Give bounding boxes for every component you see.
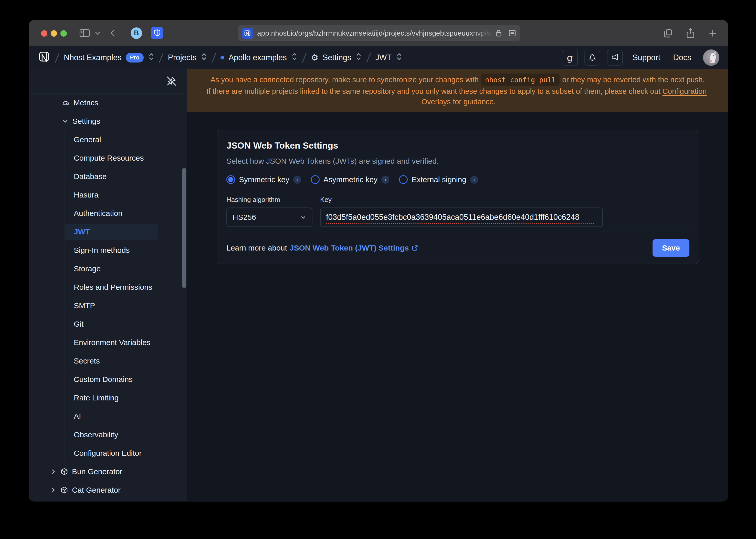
breadcrumb-projects[interactable]: Projects <box>168 52 207 63</box>
sidebar-tree: Metrics Settings General Compute Resourc… <box>29 94 187 501</box>
sidebar-item-custom-domains[interactable]: Custom Domains <box>29 370 187 389</box>
close-window-button[interactable] <box>41 30 47 37</box>
sidebar-item-jwt-selected[interactable]: JWT <box>29 223 187 241</box>
radio-selected-icon[interactable] <box>226 175 235 184</box>
announcements-button[interactable] <box>607 50 623 66</box>
radio-asymmetric-key[interactable]: Asymmetric key i <box>311 175 389 184</box>
projects-switcher-icon[interactable] <box>200 52 207 63</box>
tab-overview-icon[interactable] <box>662 28 673 39</box>
sidebar-item-environment-variables[interactable]: Environment Variables <box>29 333 187 352</box>
sidebar-item-storage[interactable]: Storage <box>29 260 187 278</box>
sidebar-item-observability[interactable]: Observability <box>29 425 187 444</box>
project-name: Apollo examples <box>229 53 287 62</box>
chevron-down-icon <box>300 214 306 220</box>
sidebar-item-general[interactable]: General <box>29 130 187 149</box>
sidebar-item-configuration-editor[interactable]: Configuration Editor <box>29 444 187 462</box>
sidebar-item-compute-resources[interactable]: Compute Resources <box>29 149 187 167</box>
card-subtitle: Select how JSON Web Tokens (JWTs) are si… <box>226 157 689 166</box>
radio-unselected-icon[interactable] <box>399 175 408 184</box>
sidebar-item-hasura[interactable]: Hasura <box>29 186 187 204</box>
reader-mode-icon[interactable] <box>508 29 516 38</box>
breadcrumb-section[interactable]: ⚙ Settings <box>311 52 362 63</box>
nhost-logo[interactable] <box>37 50 51 65</box>
info-icon[interactable]: i <box>293 176 301 184</box>
save-button[interactable]: Save <box>653 239 689 257</box>
zoom-window-button[interactable] <box>60 30 67 37</box>
sidebar-scrollbar[interactable] <box>182 168 186 288</box>
sidebar-item-metrics[interactable]: Metrics <box>29 94 187 112</box>
sidebar-item-database[interactable]: Database <box>29 167 187 186</box>
sidebar-group-cat-generator[interactable]: Cat Generator <box>29 481 187 499</box>
configuration-overlays-link[interactable]: Overlays <box>421 97 450 107</box>
lock-icon <box>495 29 503 38</box>
radio-unselected-icon[interactable] <box>311 175 319 184</box>
hashing-algorithm-value: HS256 <box>233 213 256 222</box>
sidebar-item-sign-in-methods[interactable]: Sign-In methods <box>29 241 187 260</box>
support-link[interactable]: Support <box>630 53 663 62</box>
sidebar-group-settings[interactable]: Settings <box>29 112 187 130</box>
app-navbar: Nhost Examples Pro Projects Apollo examp… <box>29 46 728 69</box>
info-icon[interactable]: i <box>470 176 478 184</box>
banner-text: As you have a connected repository, make… <box>211 75 479 85</box>
sidebar-toggle-icon[interactable] <box>79 28 90 38</box>
url-bar[interactable]: app.nhost.io/orgs/bzhrmnukvzmseiatiijd/p… <box>238 25 520 41</box>
unpin-sidebar-icon[interactable] <box>165 76 177 88</box>
configuration-overlays-link[interactable]: Configuration <box>662 86 707 97</box>
chevron-down-icon[interactable] <box>95 31 101 36</box>
info-icon[interactable]: i <box>381 176 389 184</box>
sidebar-item-ai[interactable]: AI <box>29 407 187 425</box>
megaphone-icon <box>610 53 619 62</box>
url-text: app.nhost.io/orgs/bzhrmnukvzmseiatiijd/p… <box>257 29 495 38</box>
banner-text: for guidance. <box>453 97 496 107</box>
hashing-algorithm-select[interactable]: HS256 <box>226 207 312 227</box>
breadcrumb-separator <box>367 52 371 62</box>
user-avatar[interactable] <box>703 49 720 66</box>
key-label: Key <box>320 196 603 204</box>
banner-text: If there are multiple projects linked to… <box>206 86 660 97</box>
site-favicon <box>242 28 253 39</box>
sidebar-item-smtp[interactable]: SMTP <box>29 296 187 315</box>
org-name: Nhost Examples <box>64 53 122 62</box>
sidebar-item-authentication[interactable]: Authentication <box>29 204 187 223</box>
hashing-algorithm-label: Hashing algorithm <box>226 196 312 204</box>
breadcrumb-separator <box>159 52 164 62</box>
sidebar-item-secrets[interactable]: Secrets <box>29 352 187 370</box>
breadcrumb-page[interactable]: JWT <box>375 52 403 63</box>
chevron-right-icon <box>50 468 57 475</box>
projects-label: Projects <box>168 53 196 62</box>
breadcrumb-separator <box>212 52 217 62</box>
new-tab-icon[interactable] <box>708 28 718 38</box>
shield-extension-icon[interactable] <box>151 27 163 39</box>
jwt-settings-docs-link[interactable]: JSON Web Token (JWT) Settings <box>290 244 419 252</box>
radio-external-signing[interactable]: External signing i <box>399 175 478 184</box>
feedback-button[interactable]: g <box>562 50 578 66</box>
back-button[interactable] <box>108 28 117 38</box>
banner-text: or they may be reverted with the next pu… <box>562 75 705 85</box>
card-title: JSON Web Token Settings <box>226 140 689 151</box>
hashing-algorithm-field: Hashing algorithm HS256 <box>226 196 312 227</box>
spellcheck-underline <box>326 223 594 224</box>
key-input[interactable] <box>320 207 603 227</box>
sidebar-item-rate-limiting[interactable]: Rate Limiting <box>29 389 187 407</box>
project-status-dot <box>221 55 224 59</box>
section-switcher-icon[interactable] <box>355 52 362 63</box>
share-icon[interactable] <box>685 28 696 39</box>
sidebar-item-roles-permissions[interactable]: Roles and Permissions <box>29 278 187 296</box>
minimize-window-button[interactable] <box>51 30 57 37</box>
signing-method-radio-group: Symmetric key i Asymmetric key i Externa… <box>226 175 689 184</box>
cube-icon <box>60 468 68 476</box>
breadcrumb-project[interactable]: Apollo examples <box>221 52 298 63</box>
project-switcher-icon[interactable] <box>291 52 298 63</box>
graphite-icon: g <box>567 52 573 63</box>
cube-icon <box>60 486 68 494</box>
extension-b-icon[interactable]: B <box>131 28 142 39</box>
notifications-button[interactable] <box>584 50 600 66</box>
radio-symmetric-key[interactable]: Symmetric key i <box>226 175 301 184</box>
sidebar-group-bun-generator[interactable]: Bun Generator <box>29 462 187 481</box>
docs-link[interactable]: Docs <box>670 53 694 62</box>
main-content: As you have a connected repository, make… <box>187 69 728 501</box>
page-switcher-icon[interactable] <box>396 52 403 63</box>
org-switcher-icon[interactable] <box>148 52 155 63</box>
sidebar-item-git[interactable]: Git <box>29 315 187 333</box>
breadcrumb-org[interactable]: Nhost Examples Pro <box>64 52 155 63</box>
